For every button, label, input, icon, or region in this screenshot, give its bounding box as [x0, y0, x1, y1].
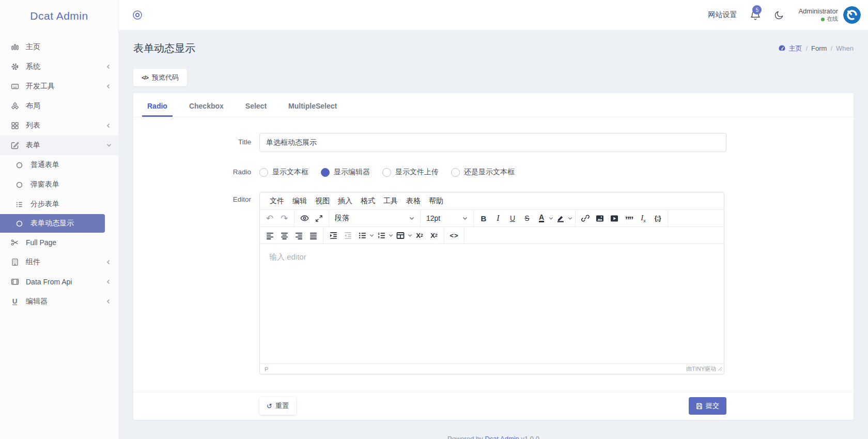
- radio-option-editor[interactable]: 显示编辑器: [321, 168, 370, 177]
- editor-statusbar: P 由TINY驱动: [260, 364, 724, 374]
- sidebar-item-modal-form[interactable]: 弹窗表单: [0, 175, 118, 194]
- bold-button[interactable]: B: [476, 211, 491, 225]
- user-menu[interactable]: Administrator 在线: [798, 7, 838, 23]
- sidebar-item-devtools[interactable]: 开发工具: [0, 77, 118, 96]
- menu-edit[interactable]: 编辑: [288, 194, 311, 208]
- submit-button[interactable]: 提交: [689, 397, 726, 415]
- source-code-button[interactable]: <>: [447, 229, 461, 242]
- tab-checkbox[interactable]: Checkbox: [184, 102, 229, 117]
- notifications-button[interactable]: 5: [750, 9, 761, 21]
- avatar[interactable]: [843, 6, 861, 24]
- sidebar-item-editor[interactable]: U 编辑器: [0, 292, 118, 311]
- paragraph-select[interactable]: 段落: [332, 211, 417, 225]
- editor-toolbar-1: ↶ ↷ 段落: [260, 210, 724, 227]
- tab-select[interactable]: Select: [240, 102, 272, 117]
- sidebar-toggle-icon[interactable]: [132, 10, 143, 20]
- menu-table[interactable]: 表格: [402, 194, 425, 208]
- sidebar-menu: 主页 系统 开发工具 布局 列表: [0, 32, 118, 311]
- radio-option-text[interactable]: 显示文本框: [259, 168, 308, 177]
- chevron-down-icon[interactable]: [549, 217, 553, 220]
- sidebar-item-components[interactable]: 组件: [0, 252, 118, 272]
- sidebar-item-step-form[interactable]: 分步表单: [0, 194, 118, 214]
- fullscreen-button[interactable]: [312, 211, 326, 225]
- menu-tools[interactable]: 工具: [379, 194, 402, 208]
- breadcrumb-home[interactable]: 主页: [778, 44, 802, 53]
- sidebar-item-grid[interactable]: 列表: [0, 116, 118, 135]
- strikethrough-button[interactable]: S: [520, 211, 534, 225]
- chevron-left-icon: [106, 259, 111, 265]
- dark-mode-toggle[interactable]: [774, 10, 784, 20]
- app-logo[interactable]: Dcat Admin: [0, 0, 118, 32]
- title-input[interactable]: [259, 133, 726, 152]
- menu-help[interactable]: 帮助: [425, 194, 447, 208]
- tiny-branding[interactable]: 由TINY驱动: [686, 365, 716, 373]
- align-group: [260, 227, 323, 244]
- radio-option-upload[interactable]: 显示文件上传: [382, 168, 439, 177]
- circle-icon: [15, 219, 24, 228]
- undo-button[interactable]: ↶: [262, 211, 277, 225]
- code-sample-button[interactable]: {;}: [650, 211, 665, 225]
- menu-file[interactable]: 文件: [266, 194, 288, 208]
- subscript-button[interactable]: X2: [412, 229, 427, 242]
- bullet-list-icon: [359, 232, 366, 239]
- outdent-button[interactable]: [340, 229, 355, 242]
- bullet-list-button[interactable]: [355, 229, 369, 242]
- chevron-down-icon: [462, 217, 468, 220]
- numbered-list-button[interactable]: [374, 229, 389, 242]
- align-left-icon: [266, 232, 274, 239]
- menu-format[interactable]: 格式: [357, 194, 379, 208]
- superscript-button[interactable]: X2: [427, 229, 441, 242]
- sidebar-item-normal-form[interactable]: 普通表单: [0, 155, 118, 175]
- tab-radio[interactable]: Radio: [142, 102, 173, 117]
- redo-button[interactable]: ↷: [277, 211, 291, 225]
- table-button[interactable]: [393, 229, 408, 242]
- align-left-button[interactable]: [262, 229, 277, 242]
- history-group: ↶ ↷: [260, 210, 295, 226]
- site-settings-link[interactable]: 网站设置: [708, 10, 737, 20]
- menu-view[interactable]: 视图: [311, 194, 334, 208]
- blockquote-button[interactable]: ””: [622, 211, 636, 225]
- sidebar-item-layout[interactable]: 布局: [0, 96, 118, 116]
- tab-multipleselect[interactable]: MultipleSelect: [283, 102, 342, 117]
- brand-link[interactable]: Dcat Admin: [485, 435, 519, 439]
- radio-group: 显示文本框 显示编辑器 显示文件上传 还是显示文本框: [259, 167, 515, 177]
- menu-insert[interactable]: 插入: [334, 194, 357, 208]
- forecolor-button[interactable]: A: [534, 211, 549, 225]
- indent-button[interactable]: [326, 229, 340, 242]
- link-button[interactable]: [578, 211, 593, 225]
- media-button[interactable]: [607, 211, 622, 225]
- powered-by-footer: Powered by Dcat Admin v1.0.0: [119, 435, 868, 439]
- sidebar-item-full-page[interactable]: Full Page: [0, 233, 118, 252]
- radio-label: Radio: [133, 167, 259, 177]
- page-header: 表单动态显示 主页 / Form / When: [133, 41, 854, 55]
- radio-option-text2[interactable]: 还是显示文本框: [451, 168, 515, 177]
- preview-code-button[interactable]: </> 预览代码: [133, 69, 187, 86]
- form-card: Radio Checkbox Select MultipleSelect Tit…: [133, 93, 854, 420]
- title-label: Title: [133, 133, 259, 152]
- align-center-button[interactable]: [277, 229, 291, 242]
- fontsize-select[interactable]: 12pt: [423, 211, 471, 225]
- sidebar-item-form-dynamic[interactable]: 表单动态显示: [0, 214, 105, 233]
- sidebar-item-system[interactable]: 系统: [0, 57, 118, 77]
- clear-formatting-button[interactable]: Ix: [636, 211, 650, 225]
- chevron-down-icon[interactable]: [369, 234, 374, 237]
- chevron-down-icon[interactable]: [408, 234, 412, 237]
- sidebar-item-data-from-api[interactable]: Data From Api: [0, 272, 118, 292]
- preview-button[interactable]: [297, 211, 312, 225]
- sidebar-item-form[interactable]: 表单: [0, 135, 118, 155]
- backcolor-button[interactable]: [553, 211, 568, 225]
- underline-button[interactable]: U: [505, 211, 520, 225]
- chevron-down-icon[interactable]: [568, 217, 572, 220]
- image-button[interactable]: [593, 211, 607, 225]
- highlight-pen-icon: [556, 215, 565, 222]
- align-right-button[interactable]: [291, 229, 306, 242]
- form-footer: ↺ 重置 提交: [133, 392, 854, 420]
- sidebar-item-home[interactable]: 主页: [0, 37, 118, 57]
- chevron-down-icon[interactable]: [389, 234, 393, 237]
- editor-content-area[interactable]: 输入 editor: [260, 244, 724, 364]
- reset-button[interactable]: ↺ 重置: [259, 397, 296, 415]
- sidebar-item-label: 弹窗表单: [30, 180, 111, 189]
- align-justify-button[interactable]: [306, 229, 320, 242]
- italic-button[interactable]: I: [491, 211, 505, 225]
- resize-handle-icon[interactable]: [718, 367, 722, 371]
